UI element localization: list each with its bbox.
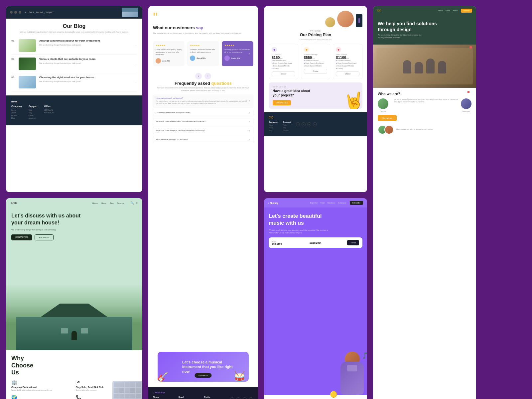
avatar — [156, 58, 161, 64]
faq-item-5[interactable]: Why payment methods do you use? ∨ — [153, 136, 253, 143]
social-ig-icon[interactable]: ig — [307, 122, 311, 126]
menu-icon[interactable]: ≡ — [136, 201, 138, 204]
nav-home[interactable]: Home — [453, 10, 458, 12]
plan-choose-button[interactable]: Choose — [336, 71, 359, 76]
footer-col-social: f t ig y — [296, 121, 317, 132]
booking-date-field: 10/10/2024 — [310, 242, 344, 244]
footer-col-social: ▶ f t ig — [230, 396, 253, 399]
faq-toggle-icon[interactable]: ∨ — [248, 129, 250, 132]
author-name: Kristin Mils — [231, 57, 240, 60]
social-icon-play[interactable]: ▶ — [230, 397, 234, 399]
pricing-card: PRICING Our Pricing Plan Choose the plan… — [264, 6, 367, 192]
col-item[interactable]: Blog — [11, 117, 22, 119]
footer-logo: Brok — [11, 100, 137, 103]
contact-nav-button[interactable]: contact — [461, 9, 472, 13]
col-item[interactable]: Home — [11, 109, 22, 111]
nav-database[interactable]: Database — [328, 202, 335, 204]
social-icon-ig[interactable]: ig — [249, 397, 253, 399]
list-item: 01 Arrange a minimalist layout for your … — [11, 37, 137, 55]
character-3d: 🎵 🟡 — [331, 348, 367, 398]
social-icon-fb[interactable]: f — [236, 397, 241, 399]
ticket-button[interactable]: Ticket — [347, 240, 359, 245]
col-item[interactable]: Help — [283, 124, 291, 126]
col-item[interactable]: Projects — [11, 114, 22, 116]
contact-button[interactable]: CONTACT US — [273, 100, 291, 105]
dot-1 — [10, 11, 13, 14]
nav-item-projects[interactable]: Projects — [117, 202, 124, 204]
col-item[interactable]: About — [11, 112, 22, 114]
col-item[interactable]: Apartment — [29, 117, 38, 119]
faq-toggle-icon[interactable]: ∨ — [248, 111, 250, 114]
col-item: 123 Main St — [44, 109, 55, 111]
member-label: Designer — [380, 110, 386, 112]
contact-text: CONTACT US Have a great idea about your … — [273, 86, 316, 105]
col-title: Support — [283, 121, 291, 123]
why-choose-us-section: WhyChooseUs 🏢 Company Professional We ar… — [6, 350, 142, 399]
arrow-icon[interactable]: → — [134, 81, 137, 84]
left-arrow-icon[interactable]: ‹ — [195, 73, 202, 79]
people-group — [403, 59, 446, 73]
nav-item-blog[interactable]: Blog — [110, 202, 114, 204]
faq-subtitle: We have answered some of the most common… — [153, 87, 253, 92]
plan-icon: ◆ — [304, 47, 309, 52]
team-avatars: Designer We are a team of passionate des… — [378, 98, 471, 112]
nav-about-2[interactable]: About — [445, 10, 450, 12]
agency-hero-subtitle: We are building things that don't just l… — [378, 34, 428, 39]
faq-item-3[interactable]: What is a musical instrument not deliver… — [153, 118, 253, 125]
testimonial-card-1: ★★★★★ Great service and quality. Highly … — [153, 41, 185, 66]
contact-button[interactable]: CONTACT US — [11, 234, 32, 240]
nav-about-1[interactable]: About — [438, 10, 443, 12]
arrow-icon[interactable]: → — [134, 63, 137, 66]
social-icon-twitter[interactable]: t — [242, 397, 247, 399]
social-yt-icon[interactable]: y — [313, 122, 317, 126]
col-item[interactable]: Help — [29, 109, 38, 111]
nav-expertise[interactable]: Expertise — [310, 202, 318, 204]
plan-feature: Basic Support Module — [336, 65, 359, 67]
faq-music-card: " What our customers say The satisfactio… — [148, 6, 258, 399]
subscribe-button[interactable]: Subscribe — [350, 201, 363, 205]
nav-item-home[interactable]: Home — [92, 202, 98, 204]
about-button[interactable]: ABOUT US — [35, 234, 54, 240]
faq-toggle-icon[interactable]: ∨ — [248, 138, 250, 141]
col-item[interactable]: FAQ — [283, 127, 291, 129]
nav-track[interactable]: Track — [320, 202, 325, 204]
col-item[interactable]: Contact — [283, 129, 291, 131]
col-item[interactable]: Home — [269, 124, 278, 126]
nav-catalogue[interactable]: Catalogue — [338, 202, 346, 204]
social-fb-icon[interactable]: f — [296, 122, 300, 126]
plan-feature: Basic Custom Dashboard — [304, 62, 328, 64]
browser-url: explore_more_project — [25, 11, 54, 14]
col-item[interactable]: FAQ — [29, 112, 38, 114]
faq-answer: For piano pieces you wanted us to teach … — [156, 100, 248, 105]
faq-item-1[interactable]: How can we reach us Musicly? For piano p… — [153, 95, 253, 107]
pricing-plans: ◆ Our Package $150/mo Limited Revisions … — [269, 44, 362, 79]
plan-choose-button[interactable]: Choose — [304, 69, 328, 73]
why-item-desc: We are building things that serve a real… — [11, 389, 72, 391]
item-text: Various plants that are suitable in your… — [39, 58, 131, 65]
person-silhouette — [415, 62, 423, 73]
footer-col-company: Company Home About Projects Blog — [11, 105, 22, 120]
star-rating: ★★★★★ — [224, 44, 251, 47]
star-rating: ★★★★★ — [156, 44, 182, 47]
nav-item-about[interactable]: About — [101, 202, 106, 204]
col-item[interactable]: Blog — [269, 129, 278, 131]
nav-items: Expertise Track Database Catalogue — [310, 202, 346, 204]
footer-col-office: Office 123 Main St New York, NY — [44, 105, 55, 120]
right-arrow-icon[interactable]: › — [204, 73, 211, 79]
plan-choose-button[interactable]: Choose — [272, 71, 295, 76]
plan-feature: Limited Revisions — [304, 60, 328, 62]
contact-us-button[interactable]: Contact us — [378, 115, 397, 121]
house-silhouette — [6, 304, 142, 350]
col-item[interactable]: Contact — [29, 114, 38, 116]
faq-toggle-icon[interactable]: ∧ — [248, 99, 250, 102]
arrow-icon[interactable]: → — [134, 44, 137, 47]
faq-item-2[interactable]: Can we provide detail from your credit? … — [153, 109, 253, 116]
faq-item-4[interactable]: How long does it take to become trained … — [153, 127, 253, 134]
scroll-button[interactable]: › — [247, 52, 252, 56]
search-icon[interactable]: 🔍 — [131, 201, 134, 204]
col-item[interactable]: About — [269, 127, 278, 129]
faq-toggle-icon[interactable]: ∨ — [248, 120, 250, 123]
social-twitter-icon[interactable]: t — [302, 122, 306, 126]
team-description: We are a team of passionate designers an… — [391, 98, 458, 103]
faq-question: What is a musical instrument not deliver… — [156, 120, 205, 122]
